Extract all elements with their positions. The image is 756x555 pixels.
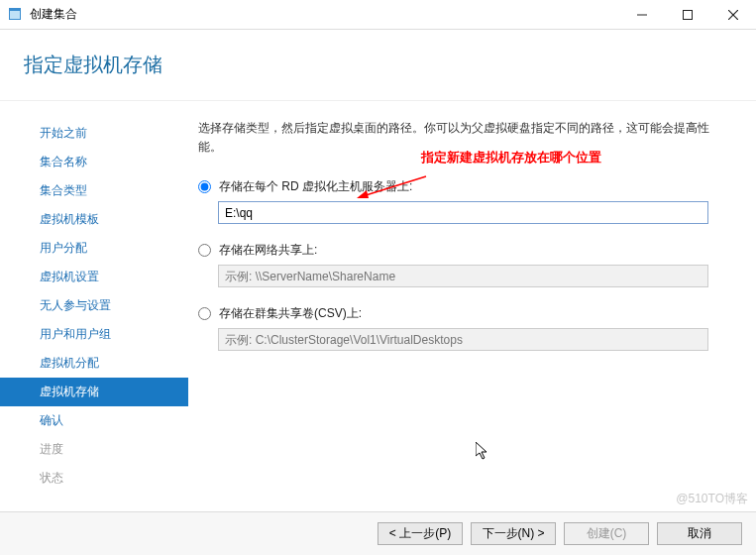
label-rd-host: 存储在每个 RD 虚拟化主机服务器上: <box>219 178 412 195</box>
next-button[interactable]: 下一步(N) > <box>471 522 556 545</box>
label-csv: 存储在群集共享卷(CSV)上: <box>219 305 362 322</box>
prev-button[interactable]: < 上一步(P) <box>378 522 463 545</box>
sidebar-item-progress: 进度 <box>0 435 188 464</box>
sidebar-item-collection-name[interactable]: 集合名称 <box>0 148 188 176</box>
svg-rect-2 <box>9 8 21 11</box>
label-network-share: 存储在网络共享上: <box>219 242 317 259</box>
input-csv-path <box>218 328 708 351</box>
window-controls <box>619 0 756 29</box>
option-csv: 存储在群集共享卷(CSV)上: <box>198 305 728 322</box>
input-network-share-path <box>218 265 708 287</box>
sidebar-item-confirm[interactable]: 确认 <box>0 406 188 435</box>
main-panel: 选择存储类型，然后指定虚拟桌面的路径。你可以为父虚拟硬盘指定不同的路径，这可能会… <box>188 101 756 513</box>
cancel-button[interactable]: 取消 <box>657 522 742 545</box>
sidebar-item-vm-settings[interactable]: 虚拟机设置 <box>0 263 188 291</box>
maximize-button[interactable] <box>665 0 710 29</box>
close-button[interactable] <box>710 0 756 29</box>
sidebar-item-before-start[interactable]: 开始之前 <box>0 119 188 148</box>
sidebar: 开始之前 集合名称 集合类型 虚拟机模板 用户分配 虚拟机设置 无人参与设置 用… <box>0 101 188 513</box>
sidebar-item-users-groups[interactable]: 用户和用户组 <box>0 320 188 349</box>
svg-rect-1 <box>10 11 20 19</box>
titlebar: 创建集合 <box>0 0 756 30</box>
sidebar-item-unattended[interactable]: 无人参与设置 <box>0 291 188 320</box>
sidebar-item-vm-storage[interactable]: 虚拟机存储 <box>0 378 188 406</box>
option-network-share: 存储在网络共享上: <box>198 242 728 259</box>
content: 开始之前 集合名称 集合类型 虚拟机模板 用户分配 虚拟机设置 无人参与设置 用… <box>0 101 756 513</box>
radio-network-share[interactable] <box>198 244 211 257</box>
sidebar-item-status: 状态 <box>0 464 188 493</box>
radio-rd-host[interactable] <box>198 180 211 193</box>
sidebar-item-collection-type[interactable]: 集合类型 <box>0 176 188 205</box>
page-title: 指定虚拟机存储 <box>24 52 732 78</box>
sidebar-item-vm-allocation[interactable]: 虚拟机分配 <box>0 349 188 378</box>
input-rd-host-path[interactable] <box>218 201 708 224</box>
app-icon <box>8 7 24 23</box>
radio-csv[interactable] <box>198 307 211 320</box>
sidebar-item-vm-template[interactable]: 虚拟机模板 <box>0 205 188 234</box>
option-rd-host: 存储在每个 RD 虚拟化主机服务器上: <box>198 178 728 195</box>
window-title: 创建集合 <box>30 6 77 23</box>
create-button: 创建(C) <box>564 522 649 545</box>
header: 指定虚拟机存储 <box>0 30 756 100</box>
watermark-text: @510TO博客 <box>676 491 748 507</box>
sidebar-item-user-assignment[interactable]: 用户分配 <box>0 234 188 263</box>
footer: < 上一步(P) 下一步(N) > 创建(C) 取消 <box>0 511 756 555</box>
minimize-button[interactable] <box>619 0 665 29</box>
svg-rect-4 <box>684 10 693 19</box>
description-text: 选择存储类型，然后指定虚拟桌面的路径。你可以为父虚拟硬盘指定不同的路径，这可能会… <box>198 119 728 157</box>
